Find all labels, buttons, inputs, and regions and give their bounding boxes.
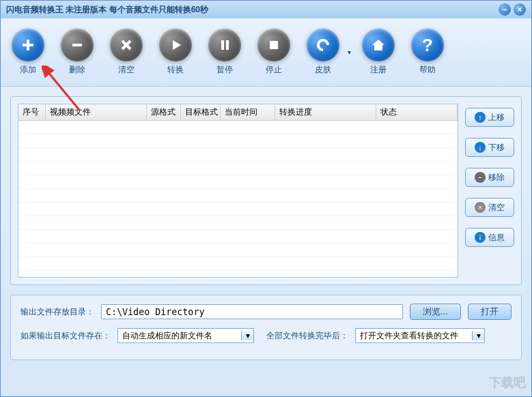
x-icon: × [475, 202, 486, 213]
x-icon [110, 29, 143, 61]
stop-icon [257, 29, 290, 61]
skin-icon [307, 29, 339, 61]
remove-button[interactable]: −移除 [465, 168, 514, 187]
chevron-down-icon: ▾ [241, 331, 253, 340]
svg-rect-1 [226, 40, 229, 50]
col-srcfmt[interactable]: 源格式 [147, 104, 181, 120]
afterall-label: 全部文件转换完毕后： [266, 330, 348, 342]
convert-button[interactable]: 转换 [159, 29, 192, 76]
outdir-label: 输出文件存放目录： [20, 306, 94, 318]
skin-button[interactable]: 皮肤 [307, 29, 339, 76]
chevron-down-icon: ▾ [472, 331, 484, 340]
move-down-button[interactable]: ↓下移 [465, 138, 514, 157]
minimize-button[interactable]: − [499, 3, 511, 16]
output-panel: 输出文件存放目录： 浏览... 打开 如果输出目标文件存在： 自动生成相应的新文… [10, 295, 522, 360]
browse-button[interactable]: 浏览... [410, 304, 461, 320]
file-table[interactable]: 序号 视频频文件 源格式 目标格式 当前时间 转换进度 状态 [18, 104, 458, 278]
list-panel: 序号 视频频文件 源格式 目标格式 当前时间 转换进度 状态 ↑上移 ↓下移 −… [10, 96, 522, 285]
move-up-button[interactable]: ↑上移 [465, 108, 514, 127]
ifexist-label: 如果输出目标文件存在： [20, 330, 111, 342]
pause-button[interactable]: 暂停 [208, 29, 241, 76]
add-button[interactable]: 添加 [12, 29, 44, 76]
play-icon [159, 29, 192, 61]
afterall-combo[interactable]: 打开文件夹查看转换的文件 ▾ [355, 328, 485, 343]
outdir-input[interactable] [101, 304, 403, 319]
home-icon [362, 29, 395, 61]
col-tgtfmt[interactable]: 目标格式 [181, 104, 221, 120]
info-icon: i [475, 232, 486, 243]
arrow-down-icon: ↓ [475, 142, 486, 153]
toolbar: 添加 删除 清空 转换 暂停 停止 皮肤 ▾ 注册 [1, 18, 531, 87]
plus-icon [12, 29, 44, 61]
watermark: 下载吧 [489, 374, 526, 391]
skin-dropdown-arrow[interactable]: ▾ [348, 48, 351, 56]
table-body[interactable] [18, 121, 458, 278]
ifexist-combo[interactable]: 自动生成相应的新文件名 ▾ [117, 328, 254, 343]
open-button[interactable]: 打开 [468, 304, 512, 320]
minus-icon [61, 29, 94, 61]
app-window: 闪电音频转换王 未注册版本 每个音频文件只能转换60秒 − × 添加 删除 清空… [0, 0, 532, 397]
col-file[interactable]: 视频频文件 [46, 104, 147, 120]
titlebar: 闪电音频转换王 未注册版本 每个音频文件只能转换60秒 − × [1, 1, 531, 18]
clear-side-button[interactable]: ×清空 [465, 198, 514, 217]
col-curtime[interactable]: 当前时间 [221, 104, 275, 120]
clear-button[interactable]: 清空 [110, 29, 143, 76]
question-icon: ? [411, 29, 444, 61]
info-button[interactable]: i信息 [465, 228, 514, 247]
col-progress[interactable]: 转换进度 [275, 104, 376, 120]
arrow-up-icon: ↑ [475, 112, 486, 123]
window-title: 闪电音频转换王 未注册版本 每个音频文件只能转换60秒 [6, 4, 496, 16]
col-seq[interactable]: 序号 [18, 104, 46, 120]
close-button[interactable]: × [514, 3, 526, 16]
svg-rect-2 [270, 41, 278, 49]
pause-icon [208, 29, 241, 61]
stop-button[interactable]: 停止 [257, 29, 290, 76]
content-area: 序号 视频频文件 源格式 目标格式 当前时间 转换进度 状态 ↑上移 ↓下移 −… [1, 87, 531, 370]
side-buttons: ↑上移 ↓下移 −移除 ×清空 i信息 [465, 104, 514, 278]
table-header: 序号 视频频文件 源格式 目标格式 当前时间 转换进度 状态 [18, 104, 458, 121]
minus-icon: − [475, 172, 486, 183]
svg-rect-0 [221, 40, 224, 50]
help-button[interactable]: ? 帮助 [411, 29, 444, 76]
delete-button[interactable]: 删除 [61, 29, 94, 76]
col-status[interactable]: 状态 [376, 104, 458, 120]
register-button[interactable]: 注册 [362, 29, 395, 76]
